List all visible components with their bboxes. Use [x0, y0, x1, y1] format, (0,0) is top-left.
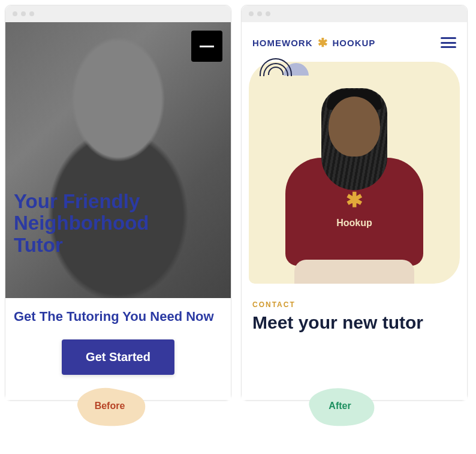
- rainbow-icon: [260, 58, 292, 76]
- window-dot-icon: [257, 11, 262, 16]
- person-head: [329, 97, 380, 157]
- before-hero: Your Friendly Neighborhood Tutor: [5, 22, 231, 298]
- hamburger-bar-icon: [441, 42, 456, 44]
- before-badge-label: Before: [95, 401, 125, 411]
- brand-logo[interactable]: HOMEWORK ✱ HOOKUP: [252, 35, 375, 50]
- window-dot-icon: [21, 11, 26, 16]
- hamburger-bar-icon: [441, 46, 456, 48]
- before-frame-wrap: Your Friendly Neighborhood Tutor Get The…: [5, 5, 231, 401]
- window-dot-icon: [13, 11, 17, 16]
- before-hero-photo: [5, 22, 231, 298]
- minus-icon: [200, 46, 214, 47]
- after-browser: HOMEWORK ✱ HOOKUP: [241, 5, 468, 401]
- after-badge-label: After: [329, 401, 351, 411]
- hamburger-bar-icon: [441, 37, 456, 39]
- window-dot-icon: [249, 11, 254, 16]
- hamburger-menu-button[interactable]: [441, 37, 456, 48]
- brand-word-right: HOOKUP: [333, 38, 376, 48]
- after-hero: mewo ✱ Hookup: [249, 62, 460, 284]
- person-pants: [294, 260, 414, 284]
- before-badge: Before: [71, 384, 149, 428]
- before-body: Your Friendly Neighborhood Tutor Get The…: [5, 22, 231, 400]
- brand-word-left: HOMEWORK: [252, 38, 313, 48]
- after-header: HOMEWORK ✱ HOOKUP: [242, 22, 467, 58]
- window-dot-icon: [266, 11, 270, 16]
- before-cta-wrap: Get Started: [5, 324, 231, 393]
- menu-button[interactable]: [191, 31, 222, 62]
- shirt-text-bottom: Hookup: [336, 218, 372, 228]
- get-started-button[interactable]: Get Started: [62, 339, 174, 375]
- before-headline: Your Friendly Neighborhood Tutor: [14, 191, 194, 256]
- after-body: HOMEWORK ✱ HOOKUP: [242, 22, 467, 400]
- before-browser: Your Friendly Neighborhood Tutor Get The…: [5, 5, 231, 401]
- before-subheading: Get The Tutoring You Need Now: [5, 298, 231, 324]
- comparison-container: Your Friendly Neighborhood Tutor Get The…: [0, 0, 476, 405]
- asterisk-icon: ✱: [318, 35, 328, 50]
- before-browser-bar: [5, 5, 231, 22]
- asterisk-icon: ✱: [346, 188, 363, 212]
- section-eyebrow: CONTACT: [252, 300, 456, 309]
- after-browser-bar: [242, 5, 467, 22]
- window-dot-icon: [29, 11, 34, 16]
- after-frame-wrap: HOMEWORK ✱ HOOKUP: [241, 5, 468, 401]
- after-hero-photo: mewo ✱ Hookup: [279, 80, 429, 284]
- section-title: Meet your new tutor: [252, 312, 456, 333]
- after-badge: After: [301, 384, 379, 428]
